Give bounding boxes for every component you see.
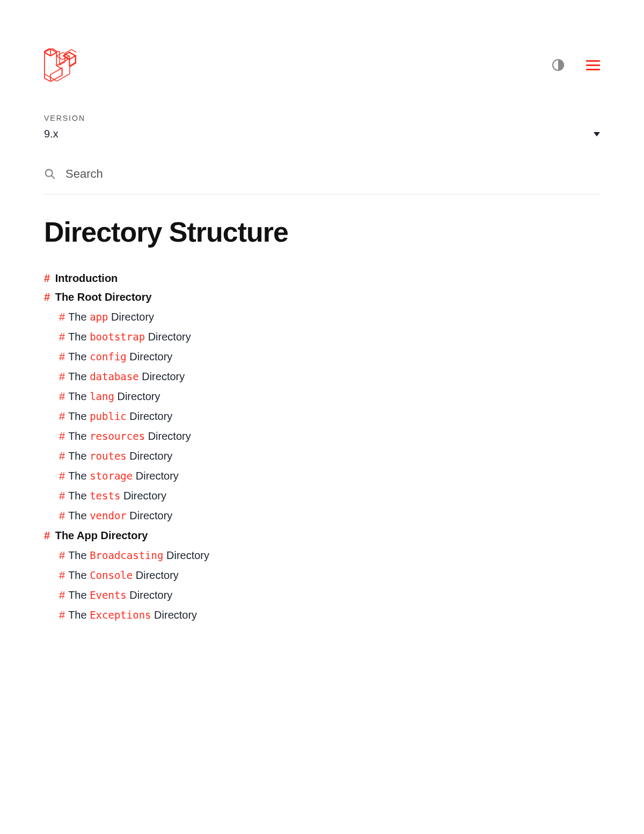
hash-icon: # [59,609,65,621]
toc-item-pre: The [68,609,90,621]
toc-item-pre: The [68,430,90,442]
toc-item-post: Directory [151,609,197,621]
toc-item-pre: The [68,410,90,422]
menu-icon[interactable] [586,60,600,70]
toc-item-code: Broadcasting [90,549,163,561]
hash-icon: # [59,450,65,462]
toc-item-code: bootstrap [90,331,145,343]
toc-item-pre: The [68,371,90,382]
hash-icon: # [59,410,65,422]
version-value: 9.x [44,128,58,140]
toc-item-pre: The [68,450,90,462]
hash-icon: # [59,569,65,581]
toc-item-post: Directory [114,390,160,402]
toc-item-code: public [90,410,127,422]
toc-item-code: config [90,351,127,362]
toc-item-pre: The [68,490,90,502]
search-icon [44,168,56,180]
hash-icon: # [59,371,65,382]
hash-icon: # [59,390,65,402]
toc-item-code: Console [90,569,133,581]
toc-item-post: Directory [127,450,173,462]
toc-item-pre: The [68,331,90,343]
theme-toggle-icon[interactable] [552,59,565,71]
toc-item-post: Directory [133,470,179,482]
toc-item-pre: The [68,470,90,482]
table-of-contents: # Introduction# The Root Directory#The a… [44,272,600,621]
toc-item-link[interactable]: #The resources Directory [59,430,191,442]
hash-icon: # [59,470,65,482]
toc-item-code: Exceptions [90,609,151,621]
toc-item-pre: The [68,510,90,521]
toc-item-post: Directory [127,351,173,362]
version-select[interactable]: 9.x [44,128,600,140]
toc-item-post: Directory [127,589,173,601]
toc-item-link[interactable]: #The public Directory [59,410,172,422]
hash-icon: # [59,589,65,601]
toc-section-label: The Root Directory [52,291,152,303]
toc-section-label: Introduction [52,272,118,284]
toc-item-link[interactable]: #The database Directory [59,371,185,382]
toc-item-code: vendor [90,510,127,521]
toc-item-post: Directory [127,410,173,422]
toc-section-link[interactable]: # The Root Directory [44,291,600,303]
hash-icon: # [44,530,50,541]
toc-item-code: resources [90,430,145,442]
toc-item-link[interactable]: #The vendor Directory [59,510,172,521]
hash-icon: # [59,331,65,343]
toc-item-post: Directory [163,549,209,561]
toc-item-link[interactable]: #The tests Directory [59,490,166,502]
toc-section-label: The App Directory [52,530,148,541]
toc-item-link[interactable]: #The routes Directory [59,450,172,462]
toc-section-link[interactable]: # Introduction [44,272,600,285]
chevron-down-icon [594,132,600,136]
toc-item-link[interactable]: #The Exceptions Directory [59,609,197,621]
toc-item-pre: The [68,311,90,323]
toc-item-post: Directory [108,311,154,323]
page-title: Directory Structure [44,216,600,248]
toc-item-pre: The [68,569,90,581]
svg-line-2 [52,176,54,178]
toc-item-post: Directory [145,430,191,442]
toc-section-link[interactable]: # The App Directory [44,530,600,542]
toc-item-post: Directory [145,331,191,343]
toc-item-pre: The [68,589,90,601]
hash-icon: # [59,351,65,362]
toc-item-code: tests [90,490,120,502]
toc-item-pre: The [68,351,90,362]
toc-item-code: app [90,311,108,323]
toc-item-link[interactable]: #The Broadcasting Directory [59,549,209,561]
toc-item-post: Directory [127,510,173,521]
toc-item-post: Directory [133,569,179,581]
toc-item-pre: The [68,549,90,561]
toc-item-link[interactable]: #The config Directory [59,351,172,362]
hash-icon: # [59,311,65,323]
logo[interactable] [44,48,76,82]
toc-item-link[interactable]: #The bootstrap Directory [59,331,191,343]
version-label: VERSION [44,114,600,122]
toc-item-code: database [90,371,139,382]
toc-item-link[interactable]: #The lang Directory [59,390,160,402]
toc-item-code: lang [90,390,114,402]
hash-icon: # [59,490,65,502]
hash-icon: # [59,549,65,561]
hash-icon: # [59,510,65,521]
search-input[interactable] [65,167,600,181]
toc-item-code: routes [90,450,127,462]
toc-item-post: Directory [139,371,185,382]
hash-icon: # [44,272,50,284]
toc-item-pre: The [68,390,90,402]
search-box[interactable] [44,167,600,194]
toc-item-code: Events [90,589,127,601]
toc-item-post: Directory [120,490,166,502]
toc-item-link[interactable]: #The app Directory [59,311,154,323]
toc-item-code: storage [90,470,133,482]
hash-icon: # [44,291,50,303]
hash-icon: # [59,430,65,442]
toc-item-link[interactable]: #The storage Directory [59,470,179,482]
toc-item-link[interactable]: #The Console Directory [59,569,179,581]
toc-item-link[interactable]: #The Events Directory [59,589,172,601]
